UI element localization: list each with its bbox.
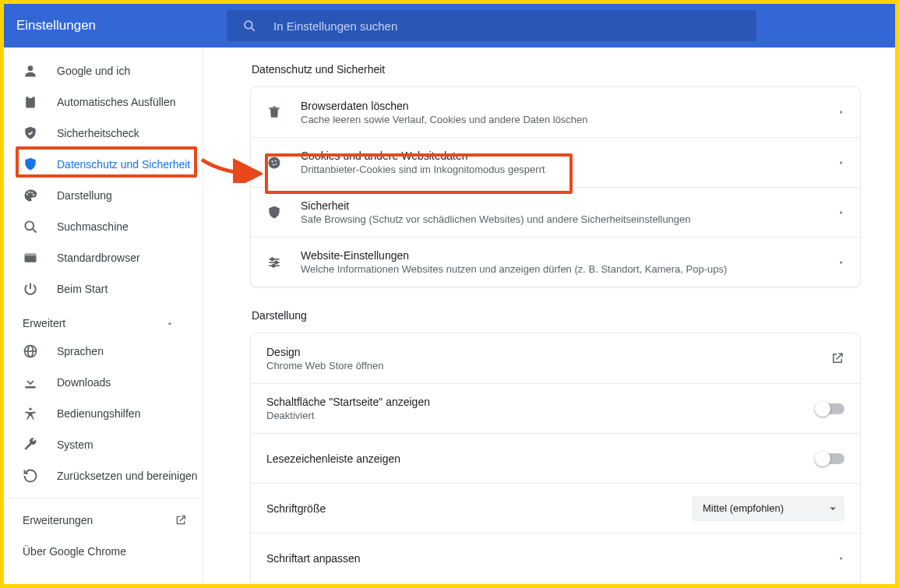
svg-point-21 <box>273 164 274 165</box>
sidebar-item-languages[interactable]: Sprachen <box>4 336 203 367</box>
row-title: Website-Einstellungen <box>301 249 829 262</box>
sidebar-item-label: System <box>57 438 93 451</box>
row-site-settings[interactable]: Website-Einstellungen Welche Information… <box>251 237 860 287</box>
font-size-select[interactable]: Mittel (empfohlen) <box>692 496 844 521</box>
sidebar-item-search[interactable]: Suchmaschine <box>4 211 203 242</box>
open-in-new-icon <box>175 514 187 526</box>
toggle-off[interactable] <box>816 453 844 464</box>
sidebar-item-label: Darstellung <box>57 189 112 202</box>
svg-point-9 <box>25 221 33 230</box>
chevron-right-icon <box>838 258 844 267</box>
sidebar-advanced-toggle[interactable]: Erweitert <box>4 305 203 336</box>
svg-rect-12 <box>25 253 37 255</box>
cookie-icon <box>266 155 282 171</box>
sidebar-item-label: Downloads <box>57 376 111 389</box>
toggle-off[interactable] <box>816 403 844 414</box>
svg-point-5 <box>26 193 28 195</box>
trash-icon <box>266 104 282 120</box>
globe-icon <box>23 343 38 359</box>
svg-point-8 <box>33 194 34 195</box>
privacy-card: Browserdaten löschen Cache leeren sowie … <box>250 86 861 287</box>
sidebar-item-label: Bedienungshilfen <box>57 407 140 420</box>
sidebar-item-safety[interactable]: Sicherheitscheck <box>4 118 203 149</box>
row-home-button[interactable]: Schaltfläche "Startseite" anzeigen Deakt… <box>251 383 860 433</box>
sidebar-item-reset[interactable]: Zurücksetzen und bereinigen <box>4 460 203 491</box>
row-subtitle: Chrome Web Store öffnen <box>266 360 821 371</box>
chevron-right-icon <box>838 208 844 217</box>
chevron-down-icon <box>826 502 840 516</box>
row-title: Schriftart anpassen <box>266 552 829 565</box>
sidebar-item-label: Sprachen <box>57 345 104 357</box>
restore-icon <box>23 468 38 484</box>
svg-point-28 <box>273 264 275 266</box>
chevron-right-icon <box>838 107 844 117</box>
row-title: Design <box>266 346 821 358</box>
svg-point-27 <box>275 261 277 263</box>
sidebar-item-extensions[interactable]: Erweiterungen <box>4 505 203 536</box>
sidebar-item-label: Erweiterungen <box>23 514 93 526</box>
main-content: Datenschutz und Sicherheit Browserdaten … <box>203 48 895 584</box>
download-icon <box>23 375 38 390</box>
search-box[interactable] <box>227 10 756 41</box>
svg-point-22 <box>276 163 277 164</box>
row-design[interactable]: Design Chrome Web Store öffnen <box>251 333 860 383</box>
row-subtitle: Deaktiviert <box>266 410 807 421</box>
row-title: Lesezeichenleiste anzeigen <box>266 452 807 465</box>
svg-point-20 <box>275 160 277 161</box>
shield-icon <box>266 205 282 220</box>
sidebar-item-label: Suchmaschine <box>57 220 129 233</box>
power-icon <box>23 281 38 297</box>
shield-check-icon <box>23 125 38 141</box>
sidebar-item-you[interactable]: Google und ich <box>4 55 203 86</box>
select-value: Mittel (empfohlen) <box>703 502 784 514</box>
sidebar-item-startup[interactable]: Beim Start <box>4 273 203 305</box>
row-subtitle: Safe Browsing (Schutz vor schädlichen We… <box>301 213 829 225</box>
chevron-up-icon <box>165 319 175 328</box>
shield-icon <box>23 157 38 172</box>
row-page-zoom: Seitenzoom 100% <box>251 583 860 584</box>
svg-point-7 <box>31 192 33 193</box>
svg-point-26 <box>271 258 273 260</box>
svg-point-18 <box>269 157 280 168</box>
sidebar-item-label: Datenschutz und Sicherheit <box>57 158 190 171</box>
sidebar-item-downloads[interactable]: Downloads <box>4 367 203 398</box>
sidebar-item-default-browser[interactable]: Standardbrowser <box>4 242 203 273</box>
sidebar-item-autofill[interactable]: Automatisches Ausfüllen <box>4 86 203 118</box>
row-subtitle: Drittanbieter-Cookies sind im Inkognitom… <box>301 164 829 175</box>
page-title: Einstellungen <box>16 18 227 33</box>
sidebar-item-accessibility[interactable]: Bedienungshilfen <box>4 398 203 429</box>
row-clear-data[interactable]: Browserdaten löschen Cache leeren sowie … <box>251 87 860 137</box>
svg-point-17 <box>29 408 31 410</box>
sidebar-item-label: Sicherheitscheck <box>57 127 139 139</box>
svg-point-0 <box>245 21 252 29</box>
search-input[interactable] <box>273 19 741 33</box>
section-heading-appearance: Darstellung <box>252 309 861 322</box>
sidebar-item-label: Beim Start <box>57 283 108 295</box>
svg-rect-16 <box>25 386 35 389</box>
row-font-size: Schriftgröße Mittel (empfohlen) <box>251 483 860 533</box>
sidebar-item-label: Über Google Chrome <box>23 545 126 558</box>
row-bookmarks-bar[interactable]: Lesezeichenleiste anzeigen <box>251 433 860 483</box>
sidebar-item-privacy[interactable]: Datenschutz und Sicherheit <box>4 149 203 180</box>
row-security[interactable]: Sicherheit Safe Browsing (Schutz vor sch… <box>251 187 860 237</box>
person-icon <box>23 63 38 79</box>
divider <box>4 498 203 498</box>
sidebar-item-about[interactable]: Über Google Chrome <box>4 536 203 567</box>
row-title: Schaltfläche "Startseite" anzeigen <box>266 396 807 408</box>
row-title: Schriftgröße <box>266 502 682 515</box>
sidebar-item-label: Automatisches Ausfüllen <box>57 96 176 108</box>
magnifier-icon <box>23 219 38 234</box>
svg-point-2 <box>28 65 33 71</box>
row-subtitle: Welche Informationen Websites nutzen und… <box>301 263 829 275</box>
row-customize-fonts[interactable]: Schriftart anpassen <box>251 533 860 583</box>
clipboard-icon <box>23 94 38 110</box>
row-cookies[interactable]: Cookies und andere Websitedaten Drittanb… <box>251 137 860 187</box>
sidebar-item-system[interactable]: System <box>4 429 203 460</box>
row-title: Sicherheit <box>301 199 829 212</box>
sidebar-item-appearance[interactable]: Darstellung <box>4 180 203 211</box>
sidebar-item-label: Zurücksetzen und bereinigen <box>57 470 198 482</box>
browser-icon <box>23 250 38 266</box>
svg-line-10 <box>33 229 37 233</box>
topbar: Einstellungen <box>4 4 895 48</box>
svg-rect-3 <box>26 97 35 107</box>
